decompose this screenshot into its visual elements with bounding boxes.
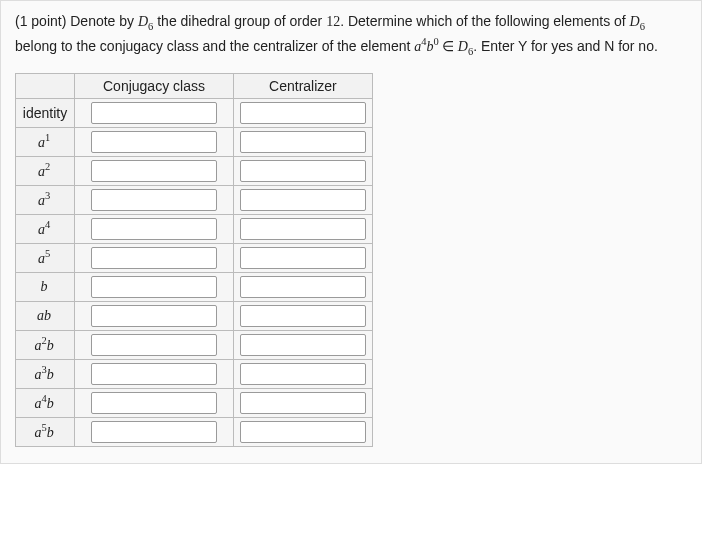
cell-centralizer bbox=[233, 301, 372, 330]
cell-centralizer bbox=[233, 272, 372, 301]
input-conjugacy[interactable] bbox=[91, 334, 217, 356]
cell-conjugacy bbox=[75, 185, 234, 214]
dsym3: D bbox=[458, 39, 468, 54]
row-label: a2 bbox=[16, 156, 75, 185]
cell-centralizer bbox=[233, 98, 372, 127]
prompt-text-e: . Enter Y for yes and N for no. bbox=[473, 38, 658, 54]
cell-centralizer bbox=[233, 127, 372, 156]
table-row: ab bbox=[16, 301, 373, 330]
group-order: 12 bbox=[326, 14, 340, 29]
prompt-text-c: . Determine which of the following eleme… bbox=[340, 13, 629, 29]
elem-b: b bbox=[427, 39, 434, 54]
table-row: a5b bbox=[16, 417, 373, 446]
row-label: a1 bbox=[16, 127, 75, 156]
input-centralizer[interactable] bbox=[240, 131, 366, 153]
cell-conjugacy bbox=[75, 417, 234, 446]
table-row: a3b bbox=[16, 359, 373, 388]
problem-container: (1 point) Denote by D6 the dihedral grou… bbox=[0, 0, 702, 464]
prompt-text-d: belong to the conjugacy class and the ce… bbox=[15, 38, 414, 54]
table-row: a2 bbox=[16, 156, 373, 185]
table-row: b bbox=[16, 272, 373, 301]
cell-conjugacy bbox=[75, 301, 234, 330]
group-symbol-2: D6 bbox=[630, 14, 645, 29]
row-label: a2b bbox=[16, 330, 75, 359]
input-centralizer[interactable] bbox=[240, 421, 366, 443]
cell-centralizer bbox=[233, 185, 372, 214]
row-label: a3 bbox=[16, 185, 75, 214]
cell-conjugacy bbox=[75, 214, 234, 243]
row-label: b bbox=[16, 272, 75, 301]
row-label: a3b bbox=[16, 359, 75, 388]
table-row: identity bbox=[16, 98, 373, 127]
input-conjugacy[interactable] bbox=[91, 189, 217, 211]
group-symbol-1: D6 bbox=[138, 14, 153, 29]
input-centralizer[interactable] bbox=[240, 363, 366, 385]
table-row: a1 bbox=[16, 127, 373, 156]
table-row: a3 bbox=[16, 185, 373, 214]
group-symbol-3: D6 bbox=[458, 39, 473, 54]
cell-conjugacy bbox=[75, 127, 234, 156]
header-centralizer: Centralizer bbox=[233, 73, 372, 98]
table-row: a4b bbox=[16, 388, 373, 417]
cell-conjugacy bbox=[75, 156, 234, 185]
input-centralizer[interactable] bbox=[240, 102, 366, 124]
cell-conjugacy bbox=[75, 330, 234, 359]
row-label: a5b bbox=[16, 417, 75, 446]
input-conjugacy[interactable] bbox=[91, 421, 217, 443]
row-label: a4b bbox=[16, 388, 75, 417]
cell-conjugacy bbox=[75, 272, 234, 301]
cell-centralizer bbox=[233, 214, 372, 243]
cell-conjugacy bbox=[75, 388, 234, 417]
points: (1 point) bbox=[15, 13, 70, 29]
cell-centralizer bbox=[233, 388, 372, 417]
cell-conjugacy bbox=[75, 243, 234, 272]
row-label: ab bbox=[16, 301, 75, 330]
table-row: a5 bbox=[16, 243, 373, 272]
input-conjugacy[interactable] bbox=[91, 218, 217, 240]
input-centralizer[interactable] bbox=[240, 392, 366, 414]
input-centralizer[interactable] bbox=[240, 276, 366, 298]
input-centralizer[interactable] bbox=[240, 160, 366, 182]
cell-conjugacy bbox=[75, 359, 234, 388]
dsym2: D bbox=[630, 14, 640, 29]
answer-table: Conjugacy class Centralizer identitya1a2… bbox=[15, 73, 373, 447]
elem-in: ∈ bbox=[439, 39, 458, 54]
cell-centralizer bbox=[233, 417, 372, 446]
prompt-text-b: the dihedral group of order bbox=[153, 13, 326, 29]
input-centralizer[interactable] bbox=[240, 305, 366, 327]
input-conjugacy[interactable] bbox=[91, 247, 217, 269]
cell-centralizer bbox=[233, 330, 372, 359]
cell-centralizer bbox=[233, 359, 372, 388]
input-conjugacy[interactable] bbox=[91, 276, 217, 298]
input-centralizer[interactable] bbox=[240, 334, 366, 356]
table-row: a2b bbox=[16, 330, 373, 359]
table-header-row: Conjugacy class Centralizer bbox=[16, 73, 373, 98]
input-centralizer[interactable] bbox=[240, 218, 366, 240]
dsym2-sub: 6 bbox=[640, 21, 645, 32]
input-conjugacy[interactable] bbox=[91, 102, 217, 124]
dsym: D bbox=[138, 14, 148, 29]
input-conjugacy[interactable] bbox=[91, 305, 217, 327]
problem-prompt: (1 point) Denote by D6 the dihedral grou… bbox=[15, 11, 687, 59]
row-label-identity: identity bbox=[16, 98, 75, 127]
row-label: a5 bbox=[16, 243, 75, 272]
prompt-text-a: Denote by bbox=[70, 13, 138, 29]
input-conjugacy[interactable] bbox=[91, 131, 217, 153]
input-conjugacy[interactable] bbox=[91, 392, 217, 414]
input-centralizer[interactable] bbox=[240, 247, 366, 269]
table-row: a4 bbox=[16, 214, 373, 243]
input-conjugacy[interactable] bbox=[91, 363, 217, 385]
cell-centralizer bbox=[233, 156, 372, 185]
cell-conjugacy bbox=[75, 98, 234, 127]
header-conjugacy: Conjugacy class bbox=[75, 73, 234, 98]
input-centralizer[interactable] bbox=[240, 189, 366, 211]
input-conjugacy[interactable] bbox=[91, 160, 217, 182]
target-element: a4b0 bbox=[414, 39, 439, 54]
header-empty bbox=[16, 73, 75, 98]
cell-centralizer bbox=[233, 243, 372, 272]
row-label: a4 bbox=[16, 214, 75, 243]
